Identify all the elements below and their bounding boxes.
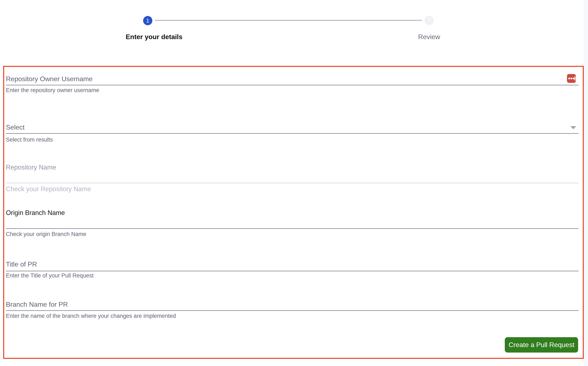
select-results-underline <box>6 133 579 134</box>
chevron-down-icon[interactable] <box>570 126 576 129</box>
origin-branch-name-helper: Check your origin Branch Name <box>6 231 86 237</box>
origin-branch-name-underline <box>6 228 579 229</box>
stepper-connector-line <box>155 20 422 21</box>
step-1-number: 1 <box>146 18 149 23</box>
stepper: 1 2 Enter your details Review <box>0 0 588 46</box>
step-2-number: 2 <box>428 18 431 23</box>
repository-owner-username-input[interactable]: Repository Owner Username <box>6 76 93 83</box>
pr-title-helper: Enter the Title of your Pull Request <box>6 273 94 279</box>
select-results-input[interactable]: Select <box>6 124 25 131</box>
pr-title-underline <box>6 271 579 271</box>
origin-branch-name-input[interactable]: Origin Branch Name <box>6 209 65 216</box>
pr-branch-name-helper: Enter the name of the branch where your … <box>6 313 176 319</box>
pr-branch-name-underline <box>6 310 579 311</box>
lastpass-icon[interactable] <box>567 74 576 83</box>
step-1-indicator: 1 <box>143 16 152 25</box>
page-edge-background <box>584 0 588 366</box>
pull-request-form-page: 1 2 Enter your details Review Repository… <box>0 0 588 366</box>
pr-branch-name-input[interactable]: Branch Name for PR <box>6 301 68 308</box>
step-2-indicator: 2 <box>425 16 434 25</box>
select-results-helper: Select from results <box>6 137 53 143</box>
repository-name-input[interactable]: Repository Name <box>6 164 56 171</box>
create-pull-request-button[interactable]: Create a Pull Request <box>505 337 578 352</box>
repository-name-underline <box>6 183 579 183</box>
step-2-label: Review <box>404 33 454 40</box>
repository-name-helper: Check your Repository Name <box>6 186 91 192</box>
step-1-label: Enter your details <box>126 33 178 40</box>
pr-title-input[interactable]: Title of PR <box>6 261 37 268</box>
repository-owner-username-helper: Enter the repository owner username <box>6 87 99 93</box>
repository-owner-username-underline <box>6 85 579 85</box>
